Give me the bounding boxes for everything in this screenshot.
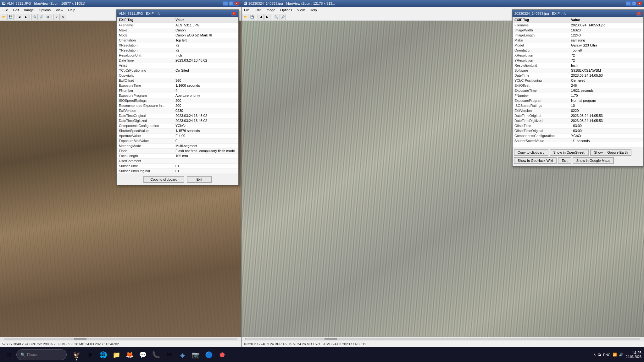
tray-weather-icon[interactable]: 🌤	[598, 353, 601, 357]
exif-left-value	[175, 74, 236, 78]
right-menu-image[interactable]: Image	[263, 7, 278, 13]
red-icon: ⬟	[219, 351, 225, 359]
taskbar-app-vs[interactable]: ◈	[176, 348, 189, 361]
right-menu-edit[interactable]: Edit	[252, 7, 263, 13]
exif-left-value: Canon	[175, 28, 236, 32]
tb-fit[interactable]: ⊞	[45, 14, 51, 20]
taskbar-app-bird[interactable]: 🦅	[70, 348, 83, 361]
search-input[interactable]	[27, 353, 58, 357]
taskbar-app-browser2[interactable]: 🔵	[203, 348, 215, 361]
exif-left-row: ISOSpeedRatings 200	[117, 98, 238, 103]
left-menu-view[interactable]: View	[53, 7, 66, 13]
tb-save[interactable]: 💾	[7, 14, 14, 20]
taskbar-app-chrome[interactable]: 🌐	[97, 348, 109, 361]
right-tb-open[interactable]: 📂	[242, 14, 248, 20]
left-menu-options[interactable]: Options	[36, 7, 53, 13]
taskbar-app-red[interactable]: ⬟	[216, 348, 228, 361]
left-scrollbar-thumb[interactable]	[74, 338, 86, 340]
exif-right-row: YResolution 72	[513, 58, 643, 63]
taskbar-app-mail[interactable]: ✉	[163, 348, 175, 361]
left-scrollbar-track[interactable]	[4, 338, 237, 340]
exif-right-copy-button[interactable]: Copy to clipboard	[514, 149, 548, 156]
right-tb-prev[interactable]: ◀	[258, 14, 264, 20]
tb-next[interactable]: ▶	[23, 14, 29, 20]
exif-right-value: 10	[571, 104, 641, 108]
exif-right-row: Make samsung	[513, 38, 643, 43]
exif-left-row: ExposureProgram Aperture priority	[117, 93, 238, 98]
exif-left-close[interactable]: ✕	[231, 11, 236, 16]
tb-zoom-in[interactable]: 🔍	[31, 14, 38, 20]
exif-right-value: 72	[571, 58, 641, 63]
left-close-button[interactable]: ✕	[234, 1, 239, 6]
exif-right-exit-button[interactable]: Exit	[558, 157, 571, 164]
tb-open[interactable]: 📂	[1, 14, 7, 20]
left-maximize-button[interactable]: □	[229, 1, 234, 6]
right-scrollbar-thumb[interactable]	[325, 338, 337, 340]
taskbar-app-phone[interactable]: 📞	[150, 348, 162, 361]
clock-time: 14:25	[626, 351, 641, 355]
exif-right-controls: ✕	[636, 11, 641, 16]
taskbar-app-files[interactable]: 📁	[110, 348, 123, 361]
exif-left-row: ShutterSpeedValue 1/1579 seconds	[117, 129, 238, 134]
right-tb-next[interactable]: ▶	[264, 14, 270, 20]
start-button[interactable]: ⊞	[3, 348, 15, 361]
taskbar-app-irfan[interactable]: 📷	[189, 348, 202, 361]
vs-icon: ◈	[180, 351, 185, 359]
exif-left-tag: FNumber	[119, 89, 175, 93]
right-status-text: 16320 x 12240 x 24 BPP 1/2 75 % 24.26 MB…	[243, 342, 366, 346]
exif-right-tag: ISOSpeedRatings	[514, 104, 571, 108]
right-scrollbar-h[interactable]	[242, 337, 644, 341]
right-menu-view[interactable]: View	[295, 7, 307, 13]
taskbar-app-firefox[interactable]: 🦊	[123, 348, 136, 361]
exif-right-tag: FNumber	[514, 94, 571, 98]
right-close-button[interactable]: ✕	[637, 1, 642, 6]
bird-icon: 🦅	[73, 351, 81, 359]
right-menu-file[interactable]: File	[242, 7, 252, 13]
taskbar-search[interactable]: 🔍	[16, 349, 67, 360]
system-tray: ∧ 🌤 ENG 📶 🔊	[593, 353, 623, 357]
left-menu-image[interactable]: Image	[22, 7, 36, 13]
tray-lang[interactable]: ENG	[603, 353, 611, 357]
tb-rotate-r[interactable]: ↻	[60, 14, 66, 20]
exif-right-close[interactable]: ✕	[636, 11, 641, 16]
right-scrollbar-track[interactable]	[245, 338, 640, 340]
left-minimize-button[interactable]: _	[223, 1, 228, 6]
exif-right-earth-button[interactable]: Show in Google Earth	[590, 149, 631, 156]
right-minimize-button[interactable]: _	[626, 1, 631, 6]
clock[interactable]: 14:25 24.03.2023	[626, 351, 641, 359]
right-menu-help[interactable]: Help	[307, 7, 319, 13]
exif-right-geohack-button[interactable]: Show in GeoHack-Wiki	[514, 157, 557, 164]
tb-zoom-out[interactable]: 🔎	[38, 14, 44, 20]
right-tb-save[interactable]: 💾	[249, 14, 255, 20]
exif-left-row: FocalLength 105 mm	[117, 154, 238, 159]
exif-left-tag: ExposureProgram	[119, 94, 175, 98]
exif-left-exit-button[interactable]: Exit	[187, 176, 212, 183]
right-tb-zoom-out[interactable]: 🔎	[280, 14, 286, 20]
left-menu-help[interactable]: Help	[66, 7, 78, 13]
left-scrollbar-h[interactable]	[0, 337, 241, 341]
exif-right-tag: ExifVersion	[514, 109, 571, 113]
right-window-title: 20230324_140553.jpg - IrfanView (Zoom: 1…	[248, 2, 335, 5]
tb-prev[interactable]: ◀	[16, 14, 22, 20]
exif-right-col2-header: Value	[571, 18, 641, 22]
exif-right-tag: ShutterSpeedValue	[514, 139, 571, 142]
left-menu-file[interactable]: File	[0, 7, 11, 13]
exif-right-openstreet-button[interactable]: Show in OpenStreet.	[550, 149, 589, 156]
tray-expand-icon[interactable]: ∧	[593, 353, 596, 357]
exif-right-row: ImageWidth 16320	[513, 28, 643, 33]
exif-right-tag: ExifOffset	[514, 84, 571, 88]
tray-sound-icon[interactable]: 🔊	[619, 353, 623, 357]
exif-left-value: 2023:03:24 13:46:02	[175, 58, 236, 63]
tb-rotate-l[interactable]: ↺	[53, 14, 60, 20]
exif-left-value: Multi-segment	[175, 144, 236, 148]
exif-left-copy-button[interactable]: Copy to clipboard	[143, 176, 184, 183]
right-menu-options[interactable]: Options	[278, 7, 295, 13]
taskbar-app-whatsapp[interactable]: 💬	[136, 348, 149, 361]
taskbar-app-telegram[interactable]: ✈	[84, 348, 96, 361]
right-tb-zoom-in[interactable]: 🔍	[273, 14, 279, 20]
exif-left-row: Model Canon EOS 5D Mark III	[117, 33, 238, 38]
exif-right-maps-button[interactable]: Show in Google Maps	[573, 157, 614, 164]
right-maximize-button[interactable]: □	[631, 1, 636, 6]
left-menu-edit[interactable]: Edit	[11, 7, 22, 13]
tray-wifi-icon[interactable]: 📶	[613, 353, 617, 357]
